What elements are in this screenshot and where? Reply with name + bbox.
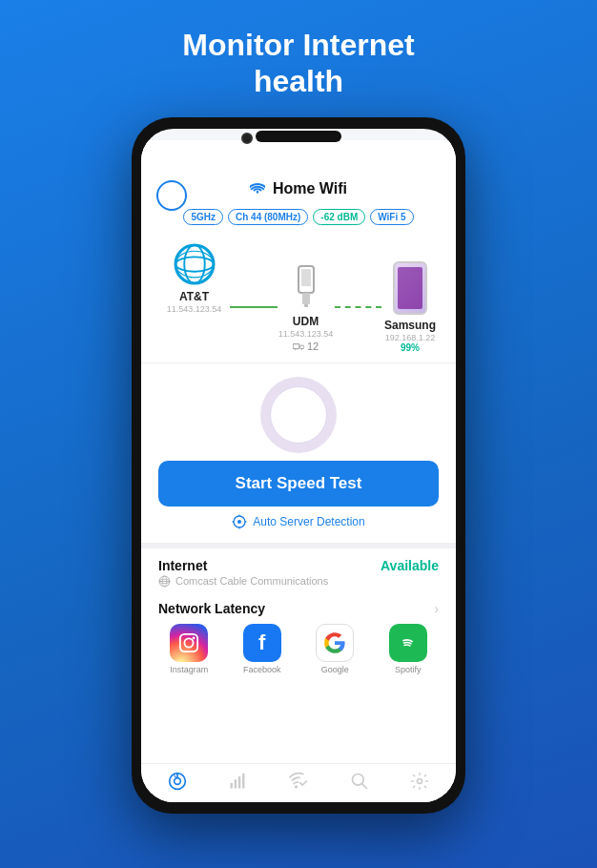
bottom-navigation <box>141 763 456 802</box>
svg-point-23 <box>185 638 194 647</box>
svg-point-37 <box>418 778 422 783</box>
gauge-inner <box>270 386 327 444</box>
svg-rect-5 <box>301 269 311 286</box>
isp-name: AT&T <box>179 290 209 303</box>
search-nav-icon <box>350 772 369 791</box>
settings-nav-icon <box>410 772 429 791</box>
isp-ip: 11.543.123.54 <box>167 304 222 314</box>
divider-1 <box>141 362 456 363</box>
svg-rect-7 <box>304 304 308 307</box>
facebook-label: Facebook <box>243 665 281 674</box>
tag-5ghz: 5GHz <box>183 209 223 225</box>
app-item-spotify[interactable]: Spotify <box>389 624 427 674</box>
app-item-facebook[interactable]: f Facebook <box>243 624 281 674</box>
svg-point-13 <box>237 520 241 524</box>
router-name: UDM <box>293 315 319 328</box>
globe-icon <box>158 575 171 588</box>
provider-name: Comcast Cable Communications <box>175 575 328 587</box>
auto-server-detection[interactable]: Auto Server Detection <box>232 514 364 529</box>
svg-point-34 <box>295 785 298 788</box>
instagram-label: Instagram <box>170 665 208 674</box>
latency-title: Network Latency <box>158 601 265 616</box>
nav-home[interactable] <box>168 772 187 791</box>
spotify-label: Spotify <box>395 665 422 674</box>
nav-chart[interactable] <box>228 772 247 791</box>
client-ip: 192.168.1.22 <box>385 333 436 342</box>
client-name: Samsung <box>384 319 436 332</box>
back-button[interactable] <box>156 180 187 211</box>
provider-row: Comcast Cable Communications <box>158 575 439 588</box>
home-nav-icon <box>168 772 187 791</box>
screen-content: Home Wifi 5GHz Ch 44 (80MHz) -62 dBM WiF… <box>141 140 456 802</box>
svg-rect-9 <box>300 345 304 348</box>
svg-point-27 <box>174 777 180 784</box>
router-svg <box>291 264 321 308</box>
svg-rect-8 <box>293 344 299 349</box>
google-label: Google <box>321 665 349 674</box>
instagram-svg <box>178 632 199 653</box>
facebook-icon: f <box>243 624 281 662</box>
internet-title: Internet <box>158 558 207 573</box>
devices-count: 12 <box>293 341 319 352</box>
speed-gauge <box>260 377 337 453</box>
phone-screen: Home Wifi 5GHz Ch 44 (80MHz) -62 dBM WiF… <box>141 129 456 802</box>
network-name-header: Home Wifi <box>250 180 347 197</box>
client-phone-icon <box>393 261 427 315</box>
app-item-instagram[interactable]: Instagram <box>170 624 208 674</box>
spotify-icon <box>389 624 427 662</box>
client-device: Samsung 192.168.1.22 99% <box>381 261 439 353</box>
svg-line-29 <box>174 775 175 777</box>
page-title: Monitor Internet health <box>182 27 415 100</box>
gauge-background <box>260 377 337 453</box>
svg-point-3 <box>175 251 214 278</box>
svg-rect-6 <box>302 293 310 304</box>
nav-search[interactable] <box>350 772 369 791</box>
svg-line-36 <box>361 783 366 788</box>
tag-dbm: -62 dBM <box>313 209 365 225</box>
router-icon <box>288 261 324 311</box>
internet-status: Available <box>381 558 439 573</box>
network-tags-row: 5GHz Ch 44 (80MHz) -62 dBM WiFi 5 <box>141 205 456 233</box>
att-icon <box>173 242 216 286</box>
nav-wifi-check[interactable] <box>289 772 308 791</box>
phone-camera <box>241 133 253 144</box>
router-device: UDM 11.543.123.54 12 <box>278 261 335 352</box>
svg-rect-32 <box>238 776 241 789</box>
wifi-icon <box>250 183 265 195</box>
devices-count-icon <box>293 341 304 351</box>
router-ip: 11.543.123.54 <box>278 329 334 339</box>
isp-device: AT&T 11.543.123.54 <box>158 242 230 314</box>
svg-point-1 <box>175 257 214 271</box>
network-latency-row[interactable]: Network Latency › <box>141 593 456 620</box>
start-speed-test-button[interactable]: Start Speed Test <box>158 461 439 506</box>
apps-row: Instagram f Facebook <box>141 620 456 682</box>
chart-nav-icon <box>228 772 247 791</box>
instagram-icon <box>170 624 208 662</box>
spotify-svg <box>397 631 420 654</box>
auto-server-icon <box>232 514 247 529</box>
svg-rect-30 <box>231 782 234 788</box>
phone-outer-shell: Home Wifi 5GHz Ch 44 (80MHz) -62 dBM WiF… <box>132 117 465 814</box>
client-phone-screen <box>398 267 422 309</box>
svg-rect-31 <box>235 779 237 788</box>
client-signal: 99% <box>401 342 420 353</box>
tag-channel: Ch 44 (80MHz) <box>228 209 308 225</box>
top-bar: Home Wifi <box>141 140 456 205</box>
svg-rect-33 <box>242 773 245 788</box>
internet-status-row: Internet Available <box>158 558 439 573</box>
svg-rect-22 <box>180 634 197 651</box>
speed-test-section: Start Speed Test Auto Server Detection <box>141 367 456 543</box>
google-svg <box>322 630 347 655</box>
latency-chevron: › <box>434 601 439 616</box>
google-icon <box>316 624 354 662</box>
app-item-google[interactable]: Google <box>316 624 354 674</box>
svg-point-24 <box>193 636 196 639</box>
wifi-check-nav-icon <box>289 772 308 791</box>
phone-notch <box>256 131 341 142</box>
internet-info-section: Internet Available Comcast Cable Communi… <box>141 548 456 593</box>
tag-wifi-version: WiFi 5 <box>370 209 413 225</box>
phone-mockup: Home Wifi 5GHz Ch 44 (80MHz) -62 dBM WiF… <box>132 117 465 814</box>
network-topology-row: AT&T 11.543.123.54 <box>141 233 456 359</box>
auto-server-label: Auto Server Detection <box>253 515 364 528</box>
nav-settings[interactable] <box>410 772 429 791</box>
